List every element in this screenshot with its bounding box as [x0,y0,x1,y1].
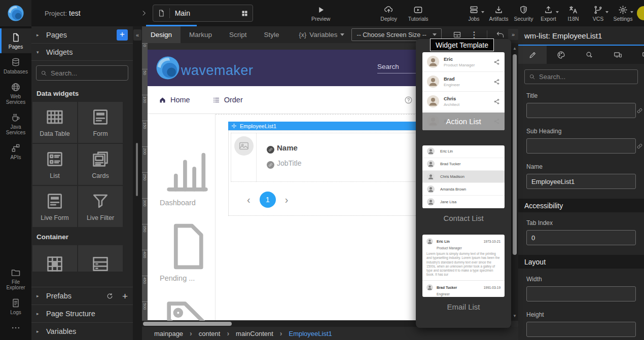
horizontal-scroll-thumb[interactable] [143,322,232,326]
grid-view-icon[interactable] [241,10,248,17]
topbar-action-button[interactable]: Preview [310,5,332,22]
move-icon[interactable] [231,123,237,129]
tab-devices[interactable] [603,46,632,64]
project-chevron-icon[interactable] [140,10,148,17]
template-email-list[interactable]: Eric Lin 1973-10-21 Product Manager Lore… [422,235,505,297]
variables-tab[interactable]: {x} Variables [299,31,345,39]
rail-item[interactable]: Java Services [0,108,31,139]
list-item-image-cell[interactable] [231,133,257,181]
canvas-tab[interactable]: Script [221,26,256,43]
topbar-tool-button[interactable]: Jobs [463,5,485,22]
widget-tile[interactable] [32,245,77,272]
widgets-section-header[interactable]: ▾ Widgets [31,44,133,61]
user-avatar[interactable] [637,6,644,20]
panel-section-header[interactable]: ▸ Page Structure [31,305,133,322]
widget-tile[interactable]: Live Form [32,186,77,227]
widget-template-icon[interactable] [453,30,461,39]
topbar-action-button[interactable]: Tutorials [407,5,430,22]
canvas-tab[interactable]: Markup [181,26,221,43]
canvas-tab[interactable]: Style [256,26,288,43]
wavemaker-logo[interactable] [0,0,31,26]
app-nav-items: Home Order [159,96,243,104]
help-icon[interactable] [404,96,413,104]
breadcrumb-item[interactable]: EmployeeList1 › [289,330,332,337]
panel-section-header[interactable]: ▸ Variables [31,322,133,340]
scroll-down-icon[interactable]: ▼ [511,314,518,318]
template-contact-list[interactable]: Eric Lin Brad Tucker Chris Madison Amand… [422,145,505,208]
title-input[interactable] [526,103,636,118]
bind-property-icon[interactable] [636,143,643,149]
topbar-tool-button[interactable]: Artifacts [488,5,510,22]
rail-item[interactable]: File Explorer [0,263,31,294]
rail-item[interactable] [0,319,31,338]
bound-field-name[interactable]: Name [267,143,302,154]
topbar-tool-button[interactable]: I18N [562,5,584,22]
breadcrumb-item[interactable]: mainpage › [154,329,192,337]
widget-tile[interactable]: Live Filter [78,186,123,227]
canvas-tab[interactable]: Design [142,26,181,43]
canvas-vertical-scrollbar[interactable]: ▲ ▼ [511,43,518,321]
topbar-tool-button[interactable]: Settings [612,5,634,22]
undo-icon[interactable] [496,30,505,39]
expand-right-panel-button[interactable]: » [508,29,518,40]
properties-search-input[interactable] [539,73,633,81]
app-nav-item[interactable]: Home [159,96,190,104]
rail-item[interactable]: Logs [0,294,31,319]
tab-styles[interactable] [547,46,575,64]
app-nav-item[interactable]: Order [212,96,243,104]
breadcrumb-item[interactable]: mainContent › [236,329,282,337]
subheading-input[interactable] [526,138,636,154]
app-menu-item[interactable]: Pending ... [148,219,215,294]
bound-field-jobtitle[interactable]: JobTitle [267,159,302,169]
width-input[interactable] [526,286,636,301]
tabindex-input[interactable] [526,230,636,245]
order-icon [212,96,220,104]
widget-tile[interactable] [78,245,123,272]
bind-property-icon[interactable] [636,107,643,114]
previous-page-icon[interactable]: ‹ [247,194,251,206]
scroll-up-icon[interactable]: ▲ [511,46,518,51]
rail-item[interactable]: Pages [0,28,31,53]
tab-more[interactable] [632,46,644,64]
topbar-tool-button[interactable]: Export [538,5,559,22]
ruler-mark: 300 [142,198,148,224]
template-action-list[interactable]: Eric Product Manager Brad Engineer [422,52,505,130]
refresh-icon[interactable] [106,292,114,300]
tab-events[interactable] [575,46,603,64]
widget-search-input[interactable] [51,69,124,77]
topbar-action-button[interactable]: Deploy [378,5,400,22]
height-input[interactable] [526,322,636,337]
collapse-left-panel-button[interactable]: « [133,29,141,41]
pages-section-header[interactable]: ▸ Pages + [31,26,133,44]
tab-properties[interactable] [518,46,547,64]
topbar-tool-button[interactable]: VCS [587,5,609,22]
data-widgets-title: Data widgets [31,84,133,102]
widget-tile[interactable]: Data Table [32,102,77,143]
more-options-icon[interactable]: ⋮ [470,30,478,39]
caret-right-icon: ▸ [37,32,42,37]
widget-tile[interactable]: List [32,144,77,185]
current-page-button[interactable]: 1 [260,192,276,208]
panel-section-header[interactable]: ▸ Prefabs + [31,287,133,305]
add-page-button[interactable]: + [117,29,128,41]
title-field: Title [526,92,636,118]
next-page-icon[interactable]: › [285,194,289,206]
rail-item[interactable]: Web Services [0,78,31,108]
topbar-tool-button[interactable]: Security [513,5,534,22]
breadcrumb: mainpage › content › mainContent › Emplo… [154,329,332,337]
page-tab-main[interactable]: Main [153,5,253,22]
rail-item[interactable]: Databases [0,53,31,78]
add-prefab-button[interactable]: + [122,292,128,300]
widget-tile[interactable]: Cards [78,144,123,185]
name-input[interactable] [526,174,636,189]
container-tiles [31,245,133,272]
breadcrumb-separator-icon: › [227,329,229,337]
left-panel-scrollbar[interactable] [136,143,138,196]
breadcrumb-item[interactable]: content › [199,329,229,337]
device-icon [642,51,644,59]
rail-item[interactable]: APIs [0,139,31,164]
app-menu-item[interactable]: Dashboard [148,143,215,219]
widget-tile[interactable]: Form [78,102,123,143]
pointer-search-icon [585,51,594,59]
vertical-scroll-thumb[interactable] [513,54,517,255]
